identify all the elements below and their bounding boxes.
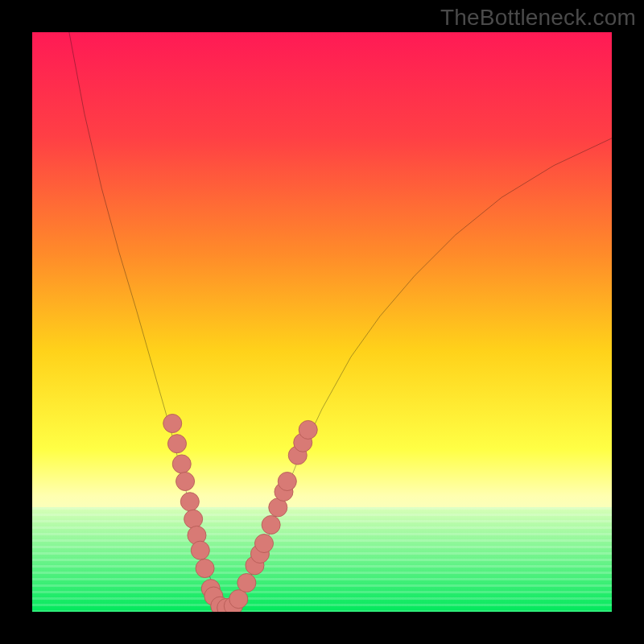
- data-dot: [176, 472, 195, 490]
- chart-stage: TheBottleneck.com: [0, 0, 644, 644]
- data-dot: [237, 573, 256, 592]
- data-dot: [191, 541, 209, 559]
- data-dot: [167, 435, 186, 453]
- data-dot: [262, 515, 280, 534]
- watermark-text: TheBottleneck.com: [440, 5, 636, 31]
- data-dot: [184, 510, 203, 528]
- data-dot: [180, 493, 199, 511]
- data-dot: [278, 472, 296, 490]
- curve-path: [67, 32, 612, 607]
- data-dot: [299, 420, 317, 439]
- curve-svg: [32, 32, 612, 612]
- data-dot: [196, 559, 214, 577]
- data-dot: [163, 414, 182, 432]
- data-dot: [254, 535, 273, 553]
- data-dot: [172, 455, 191, 473]
- plot-area: [32, 32, 612, 612]
- data-dot: [229, 590, 248, 609]
